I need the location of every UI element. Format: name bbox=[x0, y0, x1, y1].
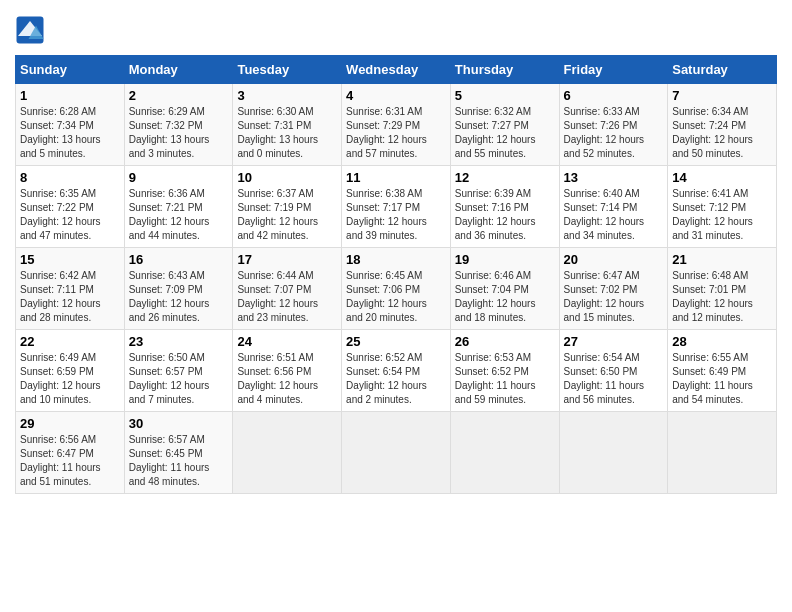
calendar-cell: 12 Sunrise: 6:39 AMSunset: 7:16 PMDaylig… bbox=[450, 166, 559, 248]
calendar-cell: 23 Sunrise: 6:50 AMSunset: 6:57 PMDaylig… bbox=[124, 330, 233, 412]
calendar-cell: 24 Sunrise: 6:51 AMSunset: 6:56 PMDaylig… bbox=[233, 330, 342, 412]
day-detail: Sunrise: 6:30 AMSunset: 7:31 PMDaylight:… bbox=[237, 105, 337, 161]
calendar-week-1: 1 Sunrise: 6:28 AMSunset: 7:34 PMDayligh… bbox=[16, 84, 777, 166]
calendar-cell: 19 Sunrise: 6:46 AMSunset: 7:04 PMDaylig… bbox=[450, 248, 559, 330]
calendar-cell: 4 Sunrise: 6:31 AMSunset: 7:29 PMDayligh… bbox=[342, 84, 451, 166]
day-number: 1 bbox=[20, 88, 120, 103]
day-number: 23 bbox=[129, 334, 229, 349]
logo-icon bbox=[15, 15, 45, 45]
day-number: 4 bbox=[346, 88, 446, 103]
day-detail: Sunrise: 6:45 AMSunset: 7:06 PMDaylight:… bbox=[346, 269, 446, 325]
day-detail: Sunrise: 6:40 AMSunset: 7:14 PMDaylight:… bbox=[564, 187, 664, 243]
day-number: 12 bbox=[455, 170, 555, 185]
calendar-cell: 15 Sunrise: 6:42 AMSunset: 7:11 PMDaylig… bbox=[16, 248, 125, 330]
day-detail: Sunrise: 6:39 AMSunset: 7:16 PMDaylight:… bbox=[455, 187, 555, 243]
calendar-cell bbox=[559, 412, 668, 494]
calendar-cell: 8 Sunrise: 6:35 AMSunset: 7:22 PMDayligh… bbox=[16, 166, 125, 248]
day-detail: Sunrise: 6:37 AMSunset: 7:19 PMDaylight:… bbox=[237, 187, 337, 243]
weekday-header-wednesday: Wednesday bbox=[342, 56, 451, 84]
day-detail: Sunrise: 6:55 AMSunset: 6:49 PMDaylight:… bbox=[672, 351, 772, 407]
logo bbox=[15, 15, 49, 45]
calendar-cell: 30 Sunrise: 6:57 AMSunset: 6:45 PMDaylig… bbox=[124, 412, 233, 494]
day-detail: Sunrise: 6:52 AMSunset: 6:54 PMDaylight:… bbox=[346, 351, 446, 407]
day-detail: Sunrise: 6:31 AMSunset: 7:29 PMDaylight:… bbox=[346, 105, 446, 161]
day-detail: Sunrise: 6:29 AMSunset: 7:32 PMDaylight:… bbox=[129, 105, 229, 161]
day-number: 16 bbox=[129, 252, 229, 267]
day-number: 7 bbox=[672, 88, 772, 103]
day-number: 18 bbox=[346, 252, 446, 267]
day-detail: Sunrise: 6:50 AMSunset: 6:57 PMDaylight:… bbox=[129, 351, 229, 407]
day-number: 11 bbox=[346, 170, 446, 185]
weekday-header-thursday: Thursday bbox=[450, 56, 559, 84]
day-detail: Sunrise: 6:54 AMSunset: 6:50 PMDaylight:… bbox=[564, 351, 664, 407]
day-detail: Sunrise: 6:51 AMSunset: 6:56 PMDaylight:… bbox=[237, 351, 337, 407]
weekday-header-row: SundayMondayTuesdayWednesdayThursdayFrid… bbox=[16, 56, 777, 84]
day-number: 27 bbox=[564, 334, 664, 349]
calendar-cell: 1 Sunrise: 6:28 AMSunset: 7:34 PMDayligh… bbox=[16, 84, 125, 166]
day-number: 30 bbox=[129, 416, 229, 431]
calendar-week-2: 8 Sunrise: 6:35 AMSunset: 7:22 PMDayligh… bbox=[16, 166, 777, 248]
calendar-week-5: 29 Sunrise: 6:56 AMSunset: 6:47 PMDaylig… bbox=[16, 412, 777, 494]
day-number: 28 bbox=[672, 334, 772, 349]
day-number: 19 bbox=[455, 252, 555, 267]
day-detail: Sunrise: 6:41 AMSunset: 7:12 PMDaylight:… bbox=[672, 187, 772, 243]
day-number: 8 bbox=[20, 170, 120, 185]
calendar-cell: 7 Sunrise: 6:34 AMSunset: 7:24 PMDayligh… bbox=[668, 84, 777, 166]
day-number: 24 bbox=[237, 334, 337, 349]
calendar-cell: 17 Sunrise: 6:44 AMSunset: 7:07 PMDaylig… bbox=[233, 248, 342, 330]
weekday-header-tuesday: Tuesday bbox=[233, 56, 342, 84]
day-detail: Sunrise: 6:32 AMSunset: 7:27 PMDaylight:… bbox=[455, 105, 555, 161]
day-number: 29 bbox=[20, 416, 120, 431]
weekday-header-monday: Monday bbox=[124, 56, 233, 84]
day-number: 14 bbox=[672, 170, 772, 185]
day-detail: Sunrise: 6:28 AMSunset: 7:34 PMDaylight:… bbox=[20, 105, 120, 161]
day-detail: Sunrise: 6:48 AMSunset: 7:01 PMDaylight:… bbox=[672, 269, 772, 325]
calendar-cell: 14 Sunrise: 6:41 AMSunset: 7:12 PMDaylig… bbox=[668, 166, 777, 248]
calendar-cell bbox=[342, 412, 451, 494]
calendar-cell: 25 Sunrise: 6:52 AMSunset: 6:54 PMDaylig… bbox=[342, 330, 451, 412]
day-number: 3 bbox=[237, 88, 337, 103]
calendar-cell: 22 Sunrise: 6:49 AMSunset: 6:59 PMDaylig… bbox=[16, 330, 125, 412]
day-detail: Sunrise: 6:47 AMSunset: 7:02 PMDaylight:… bbox=[564, 269, 664, 325]
day-detail: Sunrise: 6:36 AMSunset: 7:21 PMDaylight:… bbox=[129, 187, 229, 243]
weekday-header-friday: Friday bbox=[559, 56, 668, 84]
day-number: 5 bbox=[455, 88, 555, 103]
day-detail: Sunrise: 6:34 AMSunset: 7:24 PMDaylight:… bbox=[672, 105, 772, 161]
calendar-cell: 6 Sunrise: 6:33 AMSunset: 7:26 PMDayligh… bbox=[559, 84, 668, 166]
day-number: 17 bbox=[237, 252, 337, 267]
day-number: 22 bbox=[20, 334, 120, 349]
day-number: 6 bbox=[564, 88, 664, 103]
calendar-cell: 3 Sunrise: 6:30 AMSunset: 7:31 PMDayligh… bbox=[233, 84, 342, 166]
calendar-cell: 20 Sunrise: 6:47 AMSunset: 7:02 PMDaylig… bbox=[559, 248, 668, 330]
calendar-cell: 18 Sunrise: 6:45 AMSunset: 7:06 PMDaylig… bbox=[342, 248, 451, 330]
calendar-cell: 21 Sunrise: 6:48 AMSunset: 7:01 PMDaylig… bbox=[668, 248, 777, 330]
calendar-cell bbox=[668, 412, 777, 494]
day-number: 15 bbox=[20, 252, 120, 267]
calendar-cell: 5 Sunrise: 6:32 AMSunset: 7:27 PMDayligh… bbox=[450, 84, 559, 166]
weekday-header-saturday: Saturday bbox=[668, 56, 777, 84]
calendar-cell bbox=[233, 412, 342, 494]
calendar-week-4: 22 Sunrise: 6:49 AMSunset: 6:59 PMDaylig… bbox=[16, 330, 777, 412]
day-number: 25 bbox=[346, 334, 446, 349]
day-detail: Sunrise: 6:35 AMSunset: 7:22 PMDaylight:… bbox=[20, 187, 120, 243]
calendar-cell: 28 Sunrise: 6:55 AMSunset: 6:49 PMDaylig… bbox=[668, 330, 777, 412]
calendar-cell: 9 Sunrise: 6:36 AMSunset: 7:21 PMDayligh… bbox=[124, 166, 233, 248]
weekday-header-sunday: Sunday bbox=[16, 56, 125, 84]
day-detail: Sunrise: 6:42 AMSunset: 7:11 PMDaylight:… bbox=[20, 269, 120, 325]
day-detail: Sunrise: 6:49 AMSunset: 6:59 PMDaylight:… bbox=[20, 351, 120, 407]
day-detail: Sunrise: 6:44 AMSunset: 7:07 PMDaylight:… bbox=[237, 269, 337, 325]
day-detail: Sunrise: 6:38 AMSunset: 7:17 PMDaylight:… bbox=[346, 187, 446, 243]
calendar-cell: 13 Sunrise: 6:40 AMSunset: 7:14 PMDaylig… bbox=[559, 166, 668, 248]
day-number: 26 bbox=[455, 334, 555, 349]
calendar-cell: 27 Sunrise: 6:54 AMSunset: 6:50 PMDaylig… bbox=[559, 330, 668, 412]
calendar-cell bbox=[450, 412, 559, 494]
calendar-table: SundayMondayTuesdayWednesdayThursdayFrid… bbox=[15, 55, 777, 494]
day-number: 10 bbox=[237, 170, 337, 185]
day-detail: Sunrise: 6:43 AMSunset: 7:09 PMDaylight:… bbox=[129, 269, 229, 325]
day-detail: Sunrise: 6:56 AMSunset: 6:47 PMDaylight:… bbox=[20, 433, 120, 489]
day-number: 2 bbox=[129, 88, 229, 103]
day-number: 21 bbox=[672, 252, 772, 267]
calendar-cell: 16 Sunrise: 6:43 AMSunset: 7:09 PMDaylig… bbox=[124, 248, 233, 330]
calendar-cell: 10 Sunrise: 6:37 AMSunset: 7:19 PMDaylig… bbox=[233, 166, 342, 248]
day-detail: Sunrise: 6:46 AMSunset: 7:04 PMDaylight:… bbox=[455, 269, 555, 325]
